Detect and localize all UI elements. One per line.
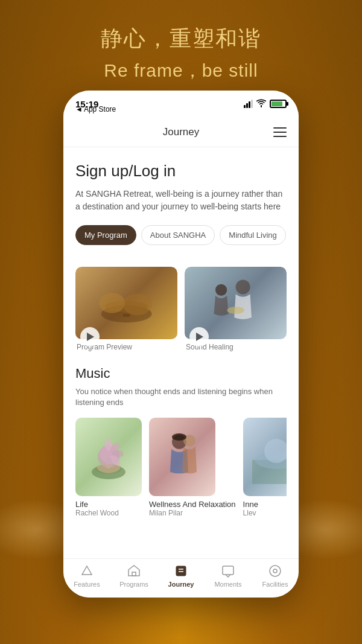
- features-icon: [80, 564, 94, 578]
- journey-icon: [174, 564, 188, 578]
- status-icons: [244, 99, 287, 109]
- music-card-2[interactable]: Wellness And Relaxation Milan Pilar: [149, 418, 236, 517]
- header-section: 静心，重塑和谐 Re frame，be still: [0, 24, 362, 83]
- couple-image: [158, 430, 206, 484]
- bottom-tab-facilities[interactable]: Facilities: [257, 564, 293, 588]
- svg-rect-4: [123, 314, 130, 317]
- music-card-2-title: Wellness And Relaxation: [149, 500, 236, 509]
- bowl-image-1: [86, 274, 167, 332]
- status-bar: 15:19 ◄ App Store: [63, 91, 299, 117]
- programs-label: Programs: [119, 581, 148, 588]
- bottom-tab-features[interactable]: Features: [69, 564, 105, 588]
- tab-mindful-living[interactable]: Mindful Living: [220, 225, 286, 245]
- svg-point-19: [172, 433, 186, 441]
- svg-point-6: [215, 284, 227, 296]
- music-card-3[interactable]: Inne Llev: [243, 418, 287, 517]
- svg-point-7: [227, 307, 244, 314]
- tab-about-sangha[interactable]: About SANGHA: [141, 225, 215, 245]
- facilities-label: Facilities: [262, 581, 288, 588]
- healing-image: [195, 274, 276, 332]
- music-thumb-1: [75, 418, 142, 496]
- back-label: App Store: [84, 105, 116, 113]
- programs-icon: [127, 564, 141, 578]
- signal-icon: [244, 100, 253, 108]
- svg-rect-23: [132, 572, 136, 576]
- music-section: Music You notice when thought ends and l…: [63, 366, 299, 527]
- signup-title: Sign up/Log in: [75, 162, 287, 180]
- features-label: Features: [74, 581, 100, 588]
- music-thumb-3: [243, 418, 287, 496]
- play-button-1[interactable]: [80, 327, 100, 346]
- facilities-icon: [268, 564, 282, 578]
- bottom-tab-bar: Features Programs Journey: [63, 558, 299, 598]
- music-row: Life Rachel Wood: [75, 418, 287, 517]
- bottom-tab-moments[interactable]: Moments: [210, 564, 246, 588]
- nav-title: Journey: [163, 126, 199, 138]
- music-card-2-sub: Milan Pilar: [149, 509, 236, 517]
- play-icon-2: [196, 333, 203, 341]
- video-card-2[interactable]: Sound Healing: [185, 267, 287, 351]
- video-card-1[interactable]: Program Preview: [75, 267, 177, 351]
- app-navbar: Journey: [63, 117, 299, 147]
- header-chinese-text: 静心，重塑和谐: [0, 24, 362, 54]
- svg-point-3: [123, 293, 152, 315]
- app-content: Sign up/Log in At SANGHA Retreat, well-b…: [63, 147, 299, 558]
- phone-mockup: 15:19 ◄ App Store: [63, 91, 299, 598]
- music-card-1-sub: Rachel Wood: [75, 509, 142, 517]
- music-title: Music: [75, 366, 287, 381]
- svg-point-28: [270, 566, 281, 576]
- bottom-tab-journey[interactable]: Journey: [163, 564, 199, 588]
- bottom-tab-programs[interactable]: Programs: [116, 564, 152, 588]
- tab-my-program[interactable]: My Program: [75, 225, 136, 245]
- svg-point-5: [236, 280, 250, 295]
- video-row: Program Preview: [63, 267, 299, 351]
- moments-icon: [221, 564, 235, 578]
- moments-label: Moments: [214, 581, 241, 588]
- back-arrow-icon: ◄: [75, 105, 83, 113]
- music-card-1-title: Life: [75, 500, 142, 509]
- nature-image: [252, 430, 287, 484]
- menu-button[interactable]: [273, 127, 287, 137]
- status-back-button[interactable]: ◄ App Store: [75, 105, 116, 113]
- header-english-text: Re frame，be still: [0, 59, 362, 83]
- flower-image: [84, 430, 133, 484]
- music-description: You notice when thought ends and listeni…: [75, 386, 287, 408]
- svg-point-2: [99, 293, 125, 313]
- svg-rect-27: [223, 566, 233, 575]
- svg-point-29: [273, 569, 277, 573]
- music-thumb-2: [149, 418, 215, 496]
- music-card-1[interactable]: Life Rachel Wood: [75, 418, 142, 517]
- signup-section: Sign up/Log in At SANGHA Retreat, well-b…: [63, 147, 299, 267]
- music-card-3-title: Inne: [243, 500, 287, 509]
- svg-rect-24: [176, 566, 186, 576]
- wifi-icon: [256, 99, 266, 109]
- play-icon-1: [87, 333, 94, 341]
- signup-description: At SANGHA Retreat, well-being is a journ…: [75, 188, 287, 213]
- play-button-2[interactable]: [189, 327, 209, 346]
- tabs-row: My Program About SANGHA Mindful Living: [75, 225, 287, 245]
- battery-icon: [270, 100, 287, 108]
- music-card-3-sub: Llev: [243, 509, 287, 517]
- journey-label: Journey: [168, 581, 194, 588]
